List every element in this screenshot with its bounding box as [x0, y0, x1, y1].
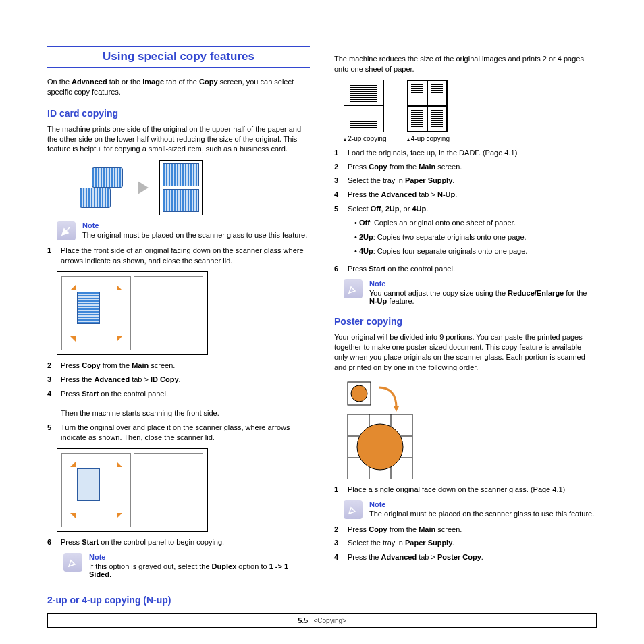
nup-intro: The machine reduces the size of the orig…: [334, 54, 597, 74]
footer-chapter: <Copying>: [313, 617, 346, 624]
note-text: The original must be placed on the scann…: [369, 510, 597, 518]
note-label: Note: [369, 500, 597, 508]
note-icon: [57, 221, 76, 240]
main-heading: Using special copy features: [47, 46, 310, 68]
page-footer: 5.5 <Copying>: [47, 613, 597, 628]
figure-poster: [344, 378, 438, 479]
note-label: Note: [82, 221, 310, 230]
note-block-nup: Note You cannot adjust the copy size usi…: [344, 279, 597, 305]
caption-2up: 2-up copying: [344, 135, 387, 142]
figure-scanner-front: [57, 271, 208, 355]
intro-paragraph: On the Advanced tab or the Image tab of …: [47, 77, 310, 97]
nup-steps: 1Load the originals, face up, in the DAD…: [334, 148, 597, 275]
note-text: You cannot adjust the copy size using th…: [369, 289, 597, 305]
left-column: Using special copy features On the Advan…: [47, 41, 310, 611]
note-text: If this option is grayed out, select the…: [89, 562, 310, 579]
caption-4up: 4-up copying: [407, 135, 450, 142]
id-card-steps-2: 2Press Copy from the Main screen. 3Press…: [47, 360, 310, 443]
note-icon: [344, 279, 363, 298]
svg-marker-2: [394, 406, 399, 412]
poster-para: Your original will be divided into 9 por…: [334, 332, 597, 372]
id-card-para: The machine prints one side of the origi…: [47, 124, 310, 155]
id-card-steps-3: 6Press Start on the control panel to beg…: [47, 537, 310, 547]
note-block-poster: Note The original must be placed on the …: [344, 500, 597, 519]
figure-scanner-back: [57, 448, 208, 532]
figure-nup: 2-up copying 4-up copying: [344, 80, 597, 142]
note-block: Note The original must be placed on the …: [57, 221, 310, 240]
id-card-steps: 1Place the front side of an original fac…: [47, 246, 310, 266]
figure-id-card: [57, 159, 225, 216]
poster-steps: 1Place a single original face down on th…: [334, 485, 597, 495]
note-icon: [344, 500, 363, 519]
nup-heading: 2-up or 4-up copying (N-up): [47, 595, 310, 606]
note-icon: [63, 553, 82, 572]
poster-heading: Poster copying: [334, 316, 597, 327]
note-label: Note: [89, 553, 310, 561]
arrow-right-icon: [138, 181, 149, 194]
note-text: The original must be placed on the scann…: [82, 231, 310, 239]
right-column: The machine reduces the size of the orig…: [334, 41, 597, 611]
poster-steps-2: 2Press Copy from the Main screen. 3Selec…: [334, 525, 597, 563]
note-label: Note: [369, 279, 597, 288]
id-card-heading: ID card copying: [47, 108, 310, 119]
svg-point-8: [357, 424, 403, 470]
svg-point-1: [351, 385, 367, 402]
note-block-2: Note If this option is grayed out, selec…: [63, 553, 310, 579]
